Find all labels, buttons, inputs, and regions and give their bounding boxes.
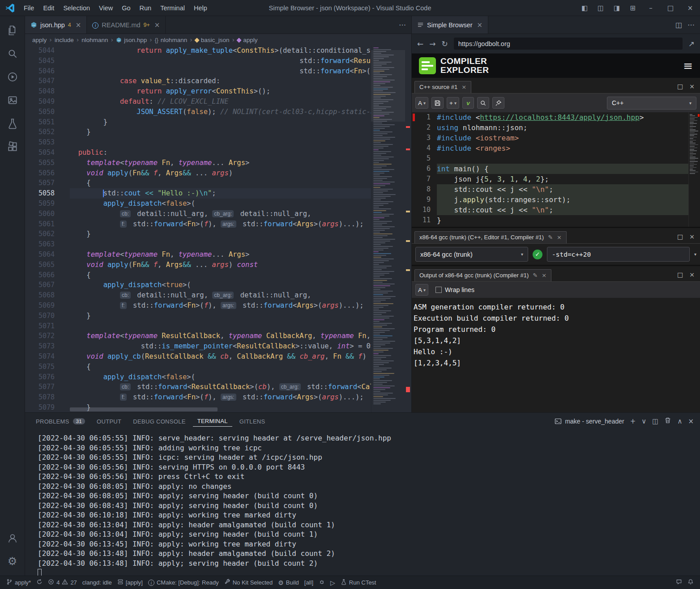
close-pane-icon[interactable]: × [689,271,695,278]
menu-selection[interactable]: Selection [59,3,94,13]
maximize-panel-icon[interactable]: ∧ [677,417,682,425]
minimize-button[interactable]: – [641,0,661,16]
font-size-button[interactable]: A▾ [415,284,428,296]
forward-icon[interactable]: → [429,39,435,48]
menu-edit[interactable]: Edit [39,3,58,13]
close-pane-icon[interactable]: × [557,234,562,241]
status-cmake-launch[interactable]: ▷ [328,576,338,589]
font-size-button[interactable]: A▾ [415,97,428,109]
save-button[interactable] [431,97,444,109]
open-external-icon[interactable]: ↗ [688,39,695,48]
menu-run[interactable]: Run [136,3,156,13]
new-terminal-icon[interactable]: + [630,417,636,425]
breadcrumb-item-apply[interactable]: apply [32,37,47,43]
more-actions-icon[interactable]: ⋯ [399,21,406,29]
close-button[interactable]: × [680,0,700,16]
panel-tab-debug-console[interactable]: DEBUG CONSOLE [128,416,190,427]
menu-help[interactable]: Help [190,3,211,13]
status-cmake-build[interactable]: ⚙Build [275,576,301,589]
run-and-debug-icon[interactable] [0,65,25,89]
rename-pane-icon[interactable]: ✎ [533,272,538,279]
compiler-explorer-logo[interactable]: COMPILER EXPLORER [419,57,489,75]
menu-file[interactable]: File [20,3,38,13]
minimap-slider[interactable] [371,50,405,122]
add-pane-button[interactable]: +▾ [447,97,459,109]
breadcrumb-item-json.hpp[interactable]: ++json.hpp [116,37,147,43]
status-publish[interactable] [34,576,45,589]
split-terminal-icon[interactable]: ◫ [652,417,658,425]
accounts-icon[interactable] [0,526,25,550]
status-cmake-ready[interactable]: iCMake: [Debug]: Ready [145,576,222,589]
back-icon[interactable]: ← [417,39,423,48]
tab-simple-browser[interactable]: Simple Browser × [412,16,488,34]
panel-tab-output[interactable]: OUTPUT [92,416,126,427]
tab-json.hpp[interactable]: ++json.hpp4× [25,16,87,34]
toggle-panel-icon[interactable]: ◫ [593,0,609,16]
status-cmake-kit[interactable]: No Kit Selected [222,576,276,589]
rename-pane-icon[interactable]: ✎ [548,234,553,241]
source-pane-tab[interactable]: C++ source #1 × [414,81,471,93]
explorer-icon[interactable] [0,19,25,42]
menu-view[interactable]: View [95,3,117,13]
status-cmake-debug[interactable] [316,576,328,589]
hamburger-menu-icon[interactable]: ≡ [683,59,693,72]
close-pane-icon[interactable]: × [689,233,695,240]
close-tab-icon[interactable]: × [154,21,160,29]
toggle-secondary-sidebar-icon[interactable]: ◨ [609,0,625,16]
language-select[interactable]: C++ ▾ [607,97,696,110]
manage-gear-icon[interactable]: ⚙ [0,550,25,573]
terminal-output[interactable]: [2022-04-30 06:05:55] INFO: serve_header… [25,430,700,576]
wrap-lines-toggle[interactable]: Wrap lines [435,286,474,293]
ce-minimap[interactable] [688,112,700,227]
close-pane-icon[interactable]: × [689,83,695,90]
vim-mode-button[interactable]: v [462,97,474,109]
options-dropdown-icon[interactable]: ▾ [694,252,696,257]
ce-code[interactable]: #include <https://localhost:8443/apply/j… [437,112,688,227]
menu-terminal[interactable]: Terminal [156,3,189,13]
customize-layout-icon[interactable]: ⊞ [625,0,641,16]
close-panel-icon[interactable]: × [688,417,694,425]
status-git-branch[interactable]: apply* [4,576,34,589]
breadcrumb-item-nlohmann[interactable]: {}nlohmann [155,37,187,43]
close-pane-icon[interactable]: × [461,84,466,90]
reload-icon[interactable]: ↻ [442,39,448,48]
maximize-pane-icon[interactable]: □ [677,271,683,278]
image-preview-icon[interactable] [0,89,25,112]
testing-icon[interactable] [0,112,25,135]
compiler-pane-tab[interactable]: x86-64 gcc (trunk) (C++, Editor #1, Comp… [414,231,567,243]
maximize-pane-icon[interactable]: □ [677,233,683,240]
close-pane-icon[interactable]: × [542,272,546,279]
ce-editor[interactable]: 1234567891011 #include <https://localhos… [412,112,700,227]
terminal-instance[interactable]: make - serve_header [555,418,624,425]
status-run-ctest[interactable]: Run CTest [338,576,379,589]
breadcrumb-item-nlohmann[interactable]: nlohmann [81,37,108,43]
extensions-icon[interactable] [0,135,25,158]
breadcrumb-item-basic_json[interactable]: basic_json [195,37,230,43]
breadcrumb-item-apply[interactable]: apply [237,37,257,43]
status-problems[interactable]: 427 [45,576,80,589]
search-code-button[interactable] [477,97,489,109]
compiler-select[interactable]: x86-64 gcc (trunk) ▾ [415,247,528,262]
tab-README.md[interactable]: iREADME.md9+× [87,16,166,34]
url-input[interactable]: https://godbolt.org [454,38,683,50]
overview-ruler[interactable] [405,46,411,412]
panel-tab-gitlens[interactable]: GITLENS [235,416,270,427]
horizontal-scrollbar[interactable] [70,407,218,411]
close-tab-icon[interactable]: × [76,21,81,29]
editor-code[interactable]: return apply_make_tuple<ConstThis>(detai… [70,46,371,412]
breadcrumb-item-include[interactable]: include [55,37,74,43]
maximize-button[interactable]: □ [661,0,680,16]
panel-tab-terminal[interactable]: TERMINAL [193,416,232,427]
terminal-dropdown-icon[interactable]: ∨ [641,417,646,425]
split-editor-icon[interactable]: ◫ [675,21,682,29]
compiler-options-input[interactable]: -std=c++20 [547,247,690,262]
menu-go[interactable]: Go [118,3,134,13]
output-pane-tab[interactable]: Output of x86-64 gcc (trunk) (Compiler #… [414,269,551,281]
status-notifications[interactable] [685,576,696,589]
close-tab-icon[interactable]: × [477,21,483,29]
maximize-pane-icon[interactable]: □ [677,83,683,90]
status-cmake-target[interactable]: [all] [302,576,316,589]
status-feedback[interactable] [673,576,685,589]
panel-tab-problems[interactable]: PROBLEMS31 [31,416,90,427]
wrap-lines-checkbox[interactable] [435,287,442,293]
